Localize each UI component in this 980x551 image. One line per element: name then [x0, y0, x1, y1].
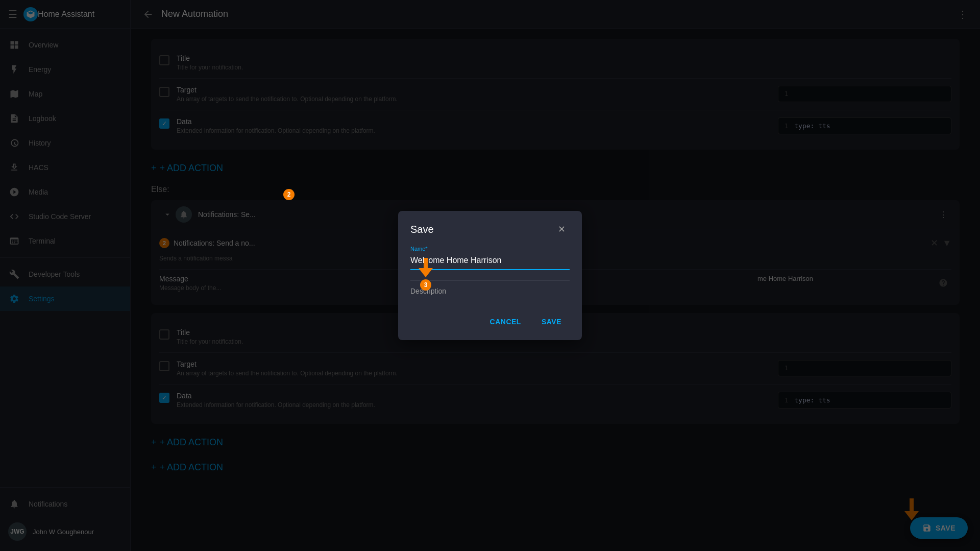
modal-close-button[interactable]: ✕: [553, 221, 570, 237]
modal-footer: CANCEL SAVE: [398, 309, 582, 340]
arrow-shaft-save: [424, 258, 428, 268]
modal-save-button[interactable]: SAVE: [533, 314, 570, 330]
modal-name-input[interactable]: [410, 254, 570, 270]
annotation-badge-3: 3: [420, 279, 431, 291]
annotation-arrow-save: 3: [419, 258, 433, 291]
arrow-head-down-save: [419, 268, 433, 277]
modal-description-label: Description: [410, 280, 570, 301]
modal-name-label: Name*: [410, 246, 570, 252]
modal-title: Save: [410, 224, 434, 235]
modal-close-icon: ✕: [558, 224, 566, 235]
annotation-badge-2: 2: [283, 189, 295, 200]
modal-cancel-button[interactable]: CANCEL: [482, 314, 529, 330]
annotation-arrow-2: 2: [283, 189, 295, 200]
modal-description-area: Description: [410, 280, 570, 301]
modal-header: Save ✕: [398, 211, 582, 246]
modal-overlay[interactable]: Save ✕ Name* Description CANCEL SAVE 2 3: [0, 0, 980, 551]
